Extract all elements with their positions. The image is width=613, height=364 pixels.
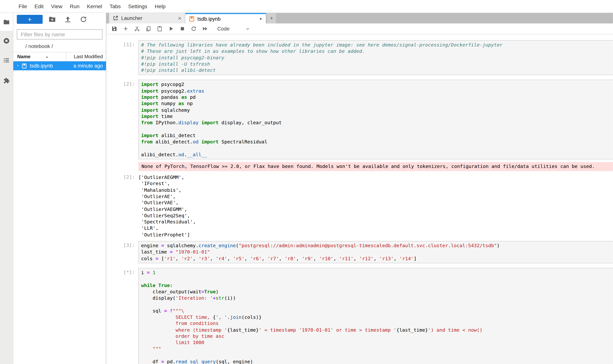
- code-line: import sqlalchemy: [141, 107, 613, 113]
- breadcrumb[interactable]: / notebook /: [13, 42, 106, 51]
- cell-editor[interactable]: import psycopg2import psycopg2.extrasimp…: [138, 80, 613, 159]
- menu-items: FileEditViewRunKernelTabsSettingsHelp: [15, 3, 169, 10]
- menu-kernel[interactable]: Kernel: [83, 3, 106, 9]
- code-line: import time: [141, 113, 613, 120]
- column-header-last-modified[interactable]: Last Modified: [66, 54, 106, 59]
- cell-input-prompt: [*]:: [110, 268, 138, 364]
- cell-output-prompt-empty: [110, 162, 138, 171]
- file-modified: a minute ago: [73, 63, 106, 69]
- plus-icon: [27, 16, 32, 22]
- code-line: clear_output(wait=True): [141, 288, 613, 295]
- restart-run-all-button[interactable]: [202, 26, 208, 32]
- upload-button[interactable]: [64, 16, 71, 23]
- close-icon[interactable]: ×: [175, 15, 185, 21]
- save-button[interactable]: [111, 26, 117, 32]
- new-folder-button[interactable]: [48, 16, 56, 23]
- plus-icon: [123, 26, 129, 32]
- menu-settings[interactable]: Settings: [124, 3, 151, 9]
- notebook-toolbar: Code: [106, 24, 613, 34]
- output-line: 'Mahalanobis',: [138, 187, 613, 193]
- code-line: #!pip install psycopg2-binary: [141, 54, 613, 61]
- cut-cells-button[interactable]: [134, 26, 140, 32]
- cut-icon: [134, 26, 140, 32]
- dirty-indicator-icon: •: [17, 64, 18, 67]
- code-cell: [3]:engine = sqlalchemy.create_engine("p…: [110, 241, 613, 263]
- main-layout: / notebook / Name ▲ Last Modified •tsdb.…: [0, 13, 613, 364]
- code-line: i = 1: [141, 270, 613, 276]
- upload-icon: [64, 16, 71, 23]
- menu-run[interactable]: Run: [66, 3, 83, 9]
- code-line: [141, 145, 613, 151]
- code-line: from alibi_detect.od import SpectralResi…: [141, 139, 613, 145]
- interrupt-button[interactable]: [179, 26, 185, 32]
- file-row[interactable]: •tsdb.ipynba minute ago: [13, 61, 106, 70]
- file-list: •tsdb.ipynba minute ago: [13, 61, 106, 70]
- launcher-icon: [113, 15, 119, 21]
- add-cell-button[interactable]: [123, 26, 129, 32]
- activity-table-of-contents[interactable]: [0, 51, 13, 69]
- result-text: ['OutlierAEGMM', 'IForest', 'Mahalanobis…: [138, 173, 613, 238]
- column-header-name[interactable]: Name ▲: [13, 52, 66, 61]
- copy-cells-button[interactable]: [145, 26, 151, 32]
- code-line: SELECT time, {', '.join(cols)}: [141, 314, 613, 320]
- file-list-header: Name ▲ Last Modified: [13, 52, 106, 61]
- code-line: sql = f"""\: [141, 308, 613, 314]
- notebook-icon-white: [22, 63, 27, 68]
- puzzle-icon: [3, 77, 10, 84]
- cell-type-select[interactable]: Code: [218, 26, 250, 32]
- copy-icon: [145, 26, 151, 32]
- restart-button[interactable]: [191, 26, 197, 32]
- folder-icon: [17, 43, 23, 49]
- output-line: 'OutlierSeq2Seq',: [138, 212, 613, 219]
- code-line: import psycopg2: [141, 81, 613, 88]
- filter-box: [17, 29, 102, 40]
- code-line: display('Iteration: '+str(i)): [141, 295, 613, 301]
- file-browser-toolbar: [13, 13, 106, 28]
- filter-files-input[interactable]: [17, 29, 102, 40]
- menu-file[interactable]: File: [15, 3, 31, 9]
- run-button[interactable]: [168, 26, 174, 32]
- code-line: [141, 301, 613, 308]
- output-line: 'OutlierAE',: [138, 193, 613, 200]
- code-line: engine = sqlalchemy.create_engine("postg…: [141, 243, 613, 249]
- cell-editor[interactable]: # The following libraries have already b…: [138, 40, 613, 75]
- cell-editor[interactable]: i = 1 while True: clear_output(wait=True…: [138, 268, 613, 364]
- code-line: #!pip install -U tsfresh: [141, 61, 613, 67]
- sort-ascending-icon: ▲: [45, 55, 49, 58]
- code-line: from IPython.display import display, cle…: [141, 120, 613, 126]
- cell-editor[interactable]: engine = sqlalchemy.create_engine("postg…: [138, 241, 613, 263]
- code-line: last_time = "1970-01-01": [141, 249, 613, 255]
- code-line: #!pip install alibi-detect: [141, 67, 613, 74]
- new-launcher-button[interactable]: [17, 15, 43, 24]
- code-line: # These are just left in as examples to …: [141, 48, 613, 54]
- new-folder-icon: [48, 16, 56, 23]
- folder-icon: [3, 19, 10, 25]
- menu-edit[interactable]: Edit: [31, 3, 47, 9]
- code-line: import alibi_detect: [141, 132, 613, 139]
- column-name-label: Name: [17, 54, 30, 59]
- activity-file-browser[interactable]: [0, 13, 13, 31]
- menu-tabs[interactable]: Tabs: [106, 3, 124, 9]
- jupyterlab-window: FileEditViewRunKernelTabsSettingsHelp / …: [0, 0, 613, 364]
- activity-extensions[interactable]: [0, 71, 13, 90]
- code-line: order by time asc: [141, 333, 613, 339]
- paste-cells-button[interactable]: [157, 26, 163, 32]
- file-name: tsdb.ipynb: [30, 63, 74, 69]
- code-line: import numpy as np: [141, 100, 613, 107]
- chevron-down-icon: [245, 26, 250, 31]
- menu-help[interactable]: Help: [151, 3, 169, 9]
- tab-tsdb-ipynb[interactable]: tsdb.ipynb●: [185, 13, 266, 24]
- stderr-text: None of PyTorch, TensorFlow >= 2.0, or F…: [138, 162, 613, 171]
- jupyter-logo-icon: [3, 2, 11, 11]
- tab-launcher[interactable]: Launcher×: [109, 13, 185, 24]
- refresh-button[interactable]: [80, 16, 87, 23]
- restart-icon: [191, 26, 197, 32]
- cell-input-prompt: [2]:: [110, 80, 138, 159]
- menu-view[interactable]: View: [47, 3, 66, 9]
- save-icon: [111, 26, 117, 32]
- new-tab-button[interactable]: [267, 13, 276, 24]
- activity-bar: [0, 13, 13, 364]
- code-line: from conditions: [141, 321, 613, 327]
- cell-type-label: Code: [218, 26, 230, 32]
- activity-running-kernels[interactable]: [0, 32, 13, 50]
